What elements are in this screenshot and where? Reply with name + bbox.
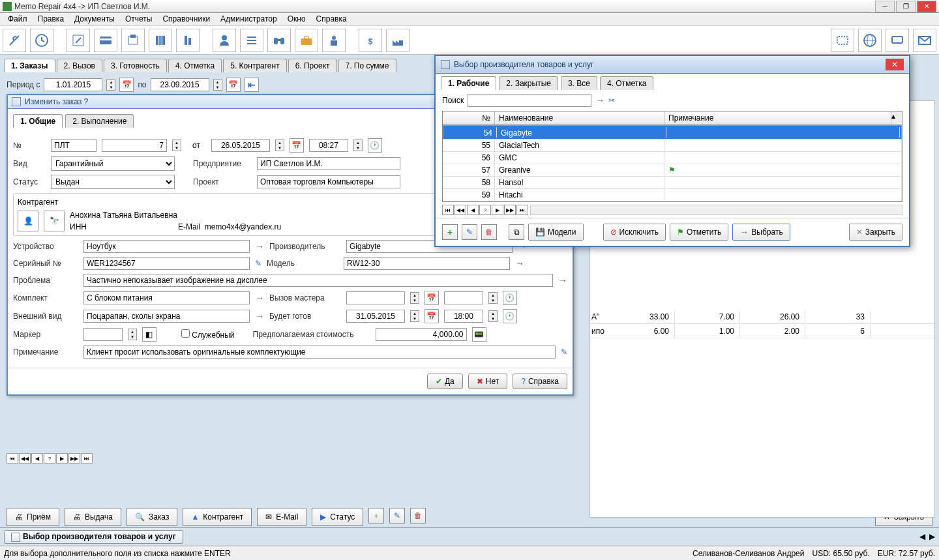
menu-reports[interactable]: Отчеты <box>120 13 157 25</box>
serial-input[interactable] <box>83 257 250 270</box>
calc-icon[interactable]: 📟 <box>472 327 486 342</box>
yes-button[interactable]: ✔Да <box>427 374 463 389</box>
marker-color-icon[interactable]: ◧ <box>142 327 156 342</box>
order-prefix-input[interactable] <box>51 139 97 152</box>
close-button[interactable]: ✕ <box>917 1 936 12</box>
date-from-input[interactable] <box>44 78 102 91</box>
order-search-button[interactable]: 🔍 Заказ <box>127 508 177 526</box>
note-input[interactable] <box>83 346 556 359</box>
calendar-from-icon[interactable]: 📅 <box>119 78 134 92</box>
call-time-spinner[interactable]: ▲▼ <box>488 292 498 304</box>
mfr-edit-button[interactable]: ✎ <box>462 224 477 240</box>
call-calendar-icon[interactable]: 📅 <box>425 291 439 305</box>
mfr-row[interactable]: 55GlacialTech <box>443 140 902 152</box>
tab-contractor[interactable]: 5. Контрагент <box>223 59 286 72</box>
nav-prev-page-icon[interactable]: ◀◀ <box>19 453 31 464</box>
menu-admin[interactable]: Администратор <box>215 13 282 25</box>
mfr-row[interactable]: 59Hitachi <box>443 189 902 201</box>
device-lookup-icon[interactable]: → <box>255 241 264 252</box>
marker-spinner[interactable]: ▲▼ <box>128 329 137 340</box>
nav-next-page-icon[interactable]: ▶▶ <box>504 205 516 215</box>
service-checkbox[interactable] <box>181 329 190 338</box>
project-input[interactable] <box>257 175 400 188</box>
menu-documents[interactable]: Документы <box>69 13 120 25</box>
tab-project[interactable]: 6. Проект <box>288 59 337 72</box>
menu-file[interactable]: Файл <box>3 13 33 25</box>
tb-mail-icon[interactable] <box>913 29 936 52</box>
nav-last-icon[interactable]: ⏭ <box>516 205 528 215</box>
mfr-delete-button[interactable]: 🗑 <box>481 224 497 240</box>
order-number-input[interactable] <box>102 139 167 152</box>
order-date-calendar-icon[interactable]: 📅 <box>290 138 304 153</box>
order-tab-execution[interactable]: 2. Выполнение <box>65 114 134 128</box>
taskbar-tab[interactable]: Выбор производителя товаров и услуг <box>4 530 183 544</box>
date-to-input[interactable] <box>151 78 209 91</box>
contractor-find-icon[interactable]: 🔭 <box>44 211 65 231</box>
call-date-input[interactable] <box>346 291 405 304</box>
mfr-col-note[interactable]: Примечание <box>664 111 891 125</box>
task-next-icon[interactable]: ▶ <box>929 532 935 541</box>
model-lookup-icon[interactable]: → <box>515 258 524 269</box>
mfr-row[interactable]: 57Greanive⚑ <box>443 164 902 177</box>
mfr-exclude-button[interactable]: ⊘Исключить <box>603 224 666 241</box>
nav-prev-page-icon[interactable]: ◀◀ <box>455 205 466 215</box>
mfr-search-go-icon[interactable]: → <box>595 95 604 106</box>
task-prev-icon[interactable]: ◀ <box>919 532 925 541</box>
menu-directories[interactable]: Справочники <box>157 13 215 25</box>
mfr-close-btn[interactable]: ✕Закрыть <box>849 224 902 241</box>
kit-lookup-icon[interactable]: → <box>255 293 264 303</box>
nav-prev-icon[interactable]: ◀ <box>467 205 479 215</box>
tb-history-icon[interactable] <box>30 29 53 52</box>
help-button[interactable]: ?Справка <box>513 374 567 389</box>
delete-order-button[interactable]: 🗑 <box>410 508 426 523</box>
call-date-spinner[interactable]: ▲▼ <box>410 292 419 304</box>
order-date-input[interactable] <box>211 139 270 152</box>
order-time-input[interactable] <box>309 139 348 152</box>
menu-window[interactable]: Окно <box>282 13 311 25</box>
call-clock-icon[interactable]: 🕐 <box>503 291 517 305</box>
tab-ready[interactable]: 3. Готовность <box>104 59 167 72</box>
look-lookup-icon[interactable]: → <box>255 311 264 321</box>
mfr-search-clear-icon[interactable]: ✂ <box>608 96 615 105</box>
mfr-row[interactable]: 56GMC <box>443 152 902 164</box>
note-edit-icon[interactable]: ✎ <box>561 347 567 357</box>
mfr-scrollbar-up[interactable]: ▴ <box>891 111 902 125</box>
tb-list-icon[interactable] <box>240 29 263 52</box>
mfr-mark-button[interactable]: ⚑Отметить <box>670 224 728 241</box>
call-time-input[interactable] <box>444 291 483 304</box>
calendar-to-icon[interactable]: 📅 <box>226 78 241 92</box>
enterprise-input[interactable] <box>257 157 400 170</box>
ready-time-input[interactable] <box>444 310 483 323</box>
nav-next-icon[interactable]: ▶ <box>56 453 68 464</box>
order-time-spinner[interactable]: ▲▼ <box>353 140 363 151</box>
maximize-button[interactable]: ❐ <box>896 1 916 12</box>
tb-factory-icon[interactable] <box>386 29 410 52</box>
kit-input[interactable] <box>83 291 250 304</box>
order-num-spinner[interactable]: ▲▼ <box>172 140 181 151</box>
nav-next-icon[interactable]: ▶ <box>492 205 503 215</box>
minimize-button[interactable]: ─ <box>875 1 895 12</box>
mfr-row[interactable]: 58Hansol <box>443 177 902 189</box>
tb-customer-icon[interactable] <box>322 29 346 52</box>
email-button[interactable]: ✉ E-Mail <box>257 508 306 526</box>
kind-select[interactable]: Гарантийный <box>51 156 175 171</box>
tb-person-icon[interactable] <box>213 29 236 52</box>
tb-dollar-icon[interactable]: $ <box>359 29 382 52</box>
est-input[interactable] <box>376 328 467 341</box>
tb-chat-icon[interactable] <box>886 29 909 52</box>
clock-icon[interactable]: 🕐 <box>368 138 382 153</box>
no-button[interactable]: ✖Нет <box>468 374 507 389</box>
nav-last-icon[interactable]: ⏭ <box>81 453 93 464</box>
mfr-select-button[interactable]: →Выбрать <box>732 224 790 241</box>
tb-tools-icon[interactable] <box>3 29 26 52</box>
nav-first-icon[interactable]: ⏮ <box>7 453 18 464</box>
tab-orders[interactable]: 1. Заказы <box>4 59 55 72</box>
contractor-person-icon[interactable]: 👤 <box>18 211 38 231</box>
mfr-tab-closed[interactable]: 2. Закрытые <box>499 76 558 90</box>
ready-clock-icon[interactable]: 🕐 <box>503 309 517 323</box>
tb-stamp-icon[interactable] <box>831 29 854 52</box>
status-select[interactable]: Выдан <box>51 175 175 189</box>
tb-card-icon[interactable] <box>94 29 117 52</box>
tb-books-icon[interactable] <box>149 29 172 52</box>
ready-time-spinner[interactable]: ▲▼ <box>488 310 498 322</box>
